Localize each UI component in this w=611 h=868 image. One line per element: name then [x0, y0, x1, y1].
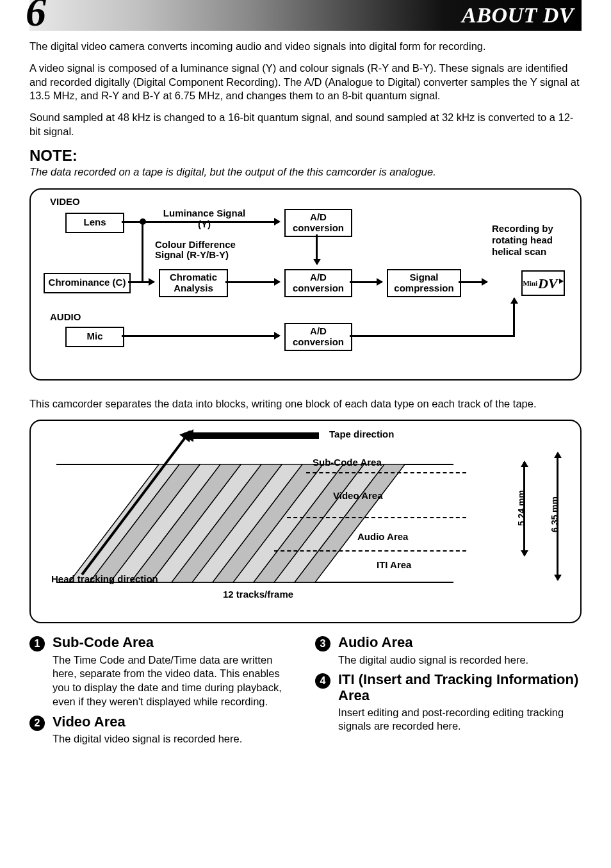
luminance-label: Luminance Signal (Y)	[156, 208, 252, 229]
lens-box: Lens	[65, 213, 124, 233]
arrow-audio-up-to-minidv	[513, 299, 515, 337]
left-column: 1 Sub-Code Area The Time Code and Date/T…	[29, 635, 296, 751]
dim-outer-label: 6.35 mm	[550, 496, 560, 532]
numbered-sections: 1 Sub-Code Area The Time Code and Date/T…	[29, 635, 582, 751]
dim-inner-label: 5.24 mm	[516, 490, 526, 526]
intro-paragraph-2: A video signal is composed of a luminanc…	[29, 61, 582, 103]
minidv-prefix: Mini	[523, 279, 537, 287]
section-audio: 3 Audio Area The digital audio signal is…	[315, 635, 582, 667]
head-tracking-label: Head tracking direction	[51, 573, 158, 584]
tape-direction-arrow	[184, 432, 319, 439]
ad-conversion-1-box: A/D conversion	[284, 209, 352, 237]
intro-paragraph-1: The digital video camera converts incomi…	[29, 40, 582, 54]
tape-tracks-svg	[56, 457, 453, 591]
arrow-ad1-down	[316, 234, 318, 264]
section-body-video: The digital video signal is recorded her…	[53, 732, 296, 746]
section-title-subcode: Sub-Code Area	[53, 635, 296, 650]
section-subcode: 1 Sub-Code Area The Time Code and Date/T…	[29, 635, 296, 708]
mid-paragraph: This camcorder separates the data into b…	[29, 397, 582, 411]
audio-area-label: Audio Area	[357, 531, 408, 542]
ad-conversion-2-box: A/D conversion	[284, 269, 352, 297]
section-iti: 4 ITI (Insert and Tracking Information) …	[315, 672, 582, 733]
arrow-analysis-to-ad2	[225, 281, 279, 283]
section-video: 2 Video Area The digital video signal is…	[29, 714, 296, 746]
header-title: ABOUT DV	[462, 0, 574, 31]
header-bar: 6 ABOUT DV	[29, 0, 582, 31]
tracks-per-frame-label: 12 tracks/frame	[223, 589, 293, 600]
section-body-audio: The digital audio signal is recorded her…	[338, 653, 582, 667]
circled-number-2: 2	[29, 716, 45, 731]
page-number: 6	[26, 0, 46, 36]
section-body-iti: Insert editing and post-recording editin…	[338, 706, 582, 734]
section-title-video: Video Area	[53, 714, 296, 730]
circled-number-3: 3	[315, 636, 330, 651]
recording-label: Recording by rotating head helical scan	[492, 223, 569, 258]
play-triangle-icon	[559, 279, 564, 284]
note-body: The data recorded on a tape is digital, …	[29, 166, 582, 178]
mic-box: Mic	[65, 327, 124, 347]
colour-difference-label: Colour Difference Signal (R-Y/B-Y)	[155, 240, 245, 261]
chromatic-analysis-box: Chromatic Analysis	[159, 269, 228, 297]
tape-track-diagram: Tape direction	[29, 420, 582, 623]
intro-paragraph-3: Sound sampled at 48 kHz is changed to a …	[29, 111, 582, 139]
minidv-box: MiniDV	[521, 270, 565, 296]
circled-number-4: 4	[315, 673, 330, 689]
minidv-dv-logo: DV	[538, 275, 558, 292]
subcode-area-label: Sub-Code Area	[313, 457, 382, 468]
page: 6 ABOUT DV The digital video camera conv…	[0, 0, 611, 777]
signal-flow-diagram: VIDEO AUDIO Lens Luminance Signal (Y) A/…	[29, 188, 582, 381]
iti-area-label: ITI Area	[377, 559, 411, 570]
arrow-chrom-to-analysis	[128, 281, 154, 283]
video-section-label: VIDEO	[50, 196, 80, 207]
line-ad3-right	[350, 335, 515, 337]
dashed-subcode	[306, 472, 466, 473]
line-down-from-junction	[142, 222, 143, 283]
ad-conversion-3-box: A/D conversion	[284, 323, 352, 351]
dashed-audio	[274, 550, 466, 552]
tape-direction-label: Tape direction	[329, 429, 394, 439]
signal-compression-box: Signal compression	[387, 269, 461, 297]
section-body-subcode: The Time Code and Date/Time data are wri…	[53, 653, 296, 709]
section-title-iti: ITI (Insert and Tracking Information) Ar…	[338, 672, 582, 703]
arrow-sigcomp-to-minidv	[459, 281, 487, 283]
video-area-label: Video Area	[333, 490, 383, 501]
note-heading: NOTE:	[29, 147, 582, 165]
circled-number-1: 1	[29, 636, 45, 651]
right-column: 3 Audio Area The digital audio signal is…	[315, 635, 582, 751]
arrow-mic-to-ad3	[122, 335, 279, 337]
audio-section-label: AUDIO	[50, 311, 81, 322]
chrominance-box: Chrominance (C)	[44, 273, 131, 293]
dashed-video	[287, 517, 466, 518]
section-title-audio: Audio Area	[338, 635, 582, 650]
arrow-ad2-to-sigcomp	[350, 281, 382, 283]
